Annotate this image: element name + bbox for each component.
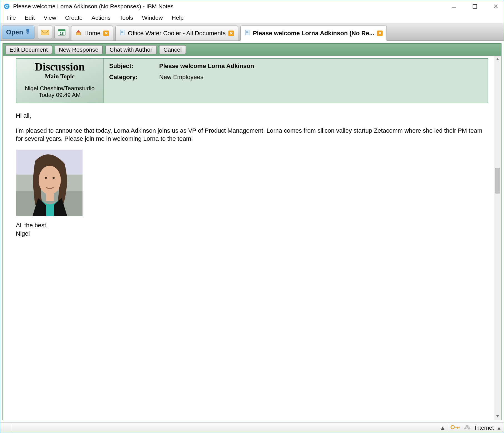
- status-left-block: [0, 423, 13, 433]
- minimize-button[interactable]: [448, 2, 459, 11]
- menu-create[interactable]: Create: [62, 13, 85, 22]
- tab-water-cooler[interactable]: Office Water Cooler - All Documents ✕: [115, 26, 238, 41]
- close-tab-icon[interactable]: ✕: [377, 31, 383, 36]
- chat-with-author-button[interactable]: Chat with Author: [105, 45, 156, 54]
- menu-actions[interactable]: Actions: [89, 13, 113, 22]
- svg-point-23: [45, 177, 47, 179]
- window-title: Please welcome Lorna Adkinson (No Respon…: [13, 3, 448, 10]
- scroll-thumb[interactable]: [495, 168, 500, 193]
- menu-file[interactable]: File: [4, 13, 19, 22]
- titlebar: Please welcome Lorna Adkinson (No Respon…: [0, 0, 504, 12]
- body-signoff: All the best,: [16, 221, 488, 230]
- document-time: Today 09:49 AM: [18, 92, 101, 98]
- tab-label: Please welcome Lorna Adkinson (No Re...: [253, 30, 374, 37]
- svg-rect-31: [466, 425, 468, 427]
- document-frame: Edit Document New Response Chat with Aut…: [3, 43, 501, 420]
- svg-rect-4: [473, 4, 477, 8]
- scroll-up-icon[interactable]: [494, 56, 501, 62]
- menu-help[interactable]: Help: [169, 13, 186, 22]
- svg-point-25: [451, 426, 454, 429]
- svg-rect-7: [26, 29, 29, 32]
- svg-rect-17: [246, 32, 248, 33]
- home-icon: [75, 29, 81, 37]
- svg-rect-16: [246, 31, 248, 32]
- body-paragraph: I'm pleased to announce that today, Lorn…: [16, 127, 488, 143]
- vertical-scrollbar[interactable]: [494, 56, 501, 420]
- body-signoff-name: Nigel: [16, 230, 488, 238]
- mail-shortcut[interactable]: [38, 26, 52, 39]
- status-caret-icon[interactable]: ▲: [438, 425, 447, 431]
- tabstrip: Open 18 Home ✕ Office Water Cooler - All…: [0, 23, 504, 41]
- menu-window[interactable]: Window: [139, 13, 166, 22]
- document-icon: [119, 29, 125, 37]
- cancel-button[interactable]: Cancel: [159, 45, 186, 54]
- workspace: Edit Document New Response Chat with Aut…: [0, 41, 504, 422]
- svg-rect-27: [457, 427, 458, 429]
- close-button[interactable]: [490, 2, 501, 11]
- document-header-right: Subject: Please welcome Lorna Adkinson C…: [104, 59, 488, 103]
- svg-rect-8: [41, 30, 49, 35]
- tab-home[interactable]: Home ✕: [71, 26, 113, 41]
- svg-rect-29: [464, 428, 466, 429]
- svg-point-2: [6, 6, 8, 7]
- document-body: Hi all, I'm pleased to announce that tod…: [3, 103, 501, 243]
- svg-rect-26: [454, 427, 459, 427]
- document-header: Discussion Main Topic Nigel Cheshire/Tea…: [16, 58, 488, 103]
- menu-tools[interactable]: Tools: [117, 13, 136, 22]
- svg-point-21: [39, 166, 61, 195]
- document-author: Nigel Cheshire/Teamstudio: [18, 85, 101, 92]
- scroll-down-icon[interactable]: [494, 413, 501, 420]
- svg-rect-13: [121, 31, 123, 32]
- menubar: File Edit View Create Actions Tools Wind…: [0, 12, 504, 23]
- document-header-left: Discussion Main Topic Nigel Cheshire/Tea…: [16, 59, 104, 103]
- embedded-photo: [16, 150, 83, 216]
- menu-view[interactable]: View: [41, 13, 59, 22]
- document-icon: [244, 29, 250, 37]
- key-icon: [450, 425, 460, 431]
- discussion-subheading: Main Topic: [18, 73, 101, 80]
- svg-rect-28: [459, 427, 460, 428]
- status-network-label: Internet: [475, 425, 494, 431]
- svg-rect-30: [468, 428, 470, 429]
- dropdown-icon: [25, 28, 30, 36]
- svg-text:18: 18: [60, 31, 64, 36]
- svg-rect-14: [121, 32, 123, 33]
- tab-current-doc[interactable]: Please welcome Lorna Adkinson (No Re... …: [240, 26, 387, 41]
- close-tab-icon[interactable]: ✕: [103, 31, 109, 36]
- app-icon: [3, 3, 10, 10]
- subject-value: Please welcome Lorna Adkinson: [159, 62, 482, 70]
- tab-label: Home: [84, 30, 101, 37]
- statusbar: ▲ Internet ▴: [0, 422, 504, 433]
- discussion-heading: Discussion: [18, 60, 101, 73]
- new-response-button[interactable]: New Response: [55, 45, 103, 54]
- tab-label: Office Water Cooler - All Documents: [128, 30, 226, 37]
- menu-edit[interactable]: Edit: [22, 13, 38, 22]
- close-tab-icon[interactable]: ✕: [228, 31, 234, 36]
- maximize-button[interactable]: [469, 2, 480, 11]
- open-button-label: Open: [6, 28, 23, 36]
- edit-document-button[interactable]: Edit Document: [5, 45, 52, 54]
- status-expand-icon[interactable]: ▴: [498, 424, 500, 431]
- network-icon: [464, 424, 471, 431]
- subject-label: Subject:: [109, 62, 159, 70]
- category-value: New Employees: [159, 74, 482, 81]
- open-button[interactable]: Open: [2, 26, 34, 39]
- svg-point-24: [53, 177, 55, 179]
- document-area: Discussion Main Topic Nigel Cheshire/Tea…: [3, 56, 501, 420]
- calendar-shortcut[interactable]: 18: [54, 26, 69, 39]
- body-paragraph: Hi all,: [16, 112, 488, 120]
- svg-rect-22: [46, 193, 54, 201]
- svg-rect-10: [58, 29, 65, 31]
- action-bar: Edit Document New Response Chat with Aut…: [3, 44, 501, 56]
- category-label: Category:: [109, 74, 159, 81]
